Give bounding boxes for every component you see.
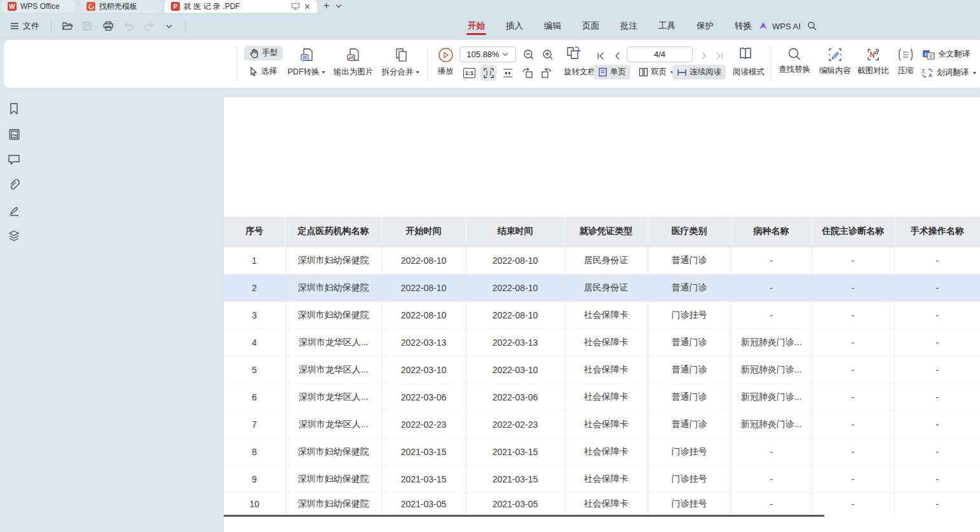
table-cell: - (812, 383, 894, 411)
table-cell: 深圳市妇幼保健院 (285, 301, 381, 329)
hand-tool-button[interactable]: 手型 (244, 46, 283, 60)
table-cell: 深圳市龙华区人... (285, 329, 381, 356)
chevron-down-icon: ▼ (321, 70, 327, 75)
open-file-button[interactable] (59, 18, 76, 34)
table-cell: 2 (224, 274, 285, 301)
bookmark-panel-button[interactable] (5, 100, 23, 118)
column-header: 医疗类别 (648, 217, 731, 247)
side-tool-strip (0, 88, 28, 532)
next-page-button[interactable] (697, 49, 711, 63)
undo-icon (123, 22, 134, 31)
document-canvas: 序号定点医药机构名称开始时间结束时间就诊凭证类型医疗类别病种名称住院主诊断名称手… (0, 88, 980, 532)
table-cell: - (894, 465, 980, 493)
read-mode-button[interactable]: 阅读模式 (728, 65, 769, 79)
ribbon-tab-comment[interactable]: 批注 (619, 15, 639, 38)
annotate-panel-button[interactable] (5, 201, 23, 219)
svg-text:字: 字 (929, 53, 933, 58)
zoom-level-dropdown[interactable] (459, 46, 516, 62)
ribbon-tab-tools[interactable]: 工具 (657, 15, 677, 38)
chevron-down-icon (502, 52, 508, 57)
last-page-button[interactable] (712, 49, 726, 63)
compress-button[interactable]: 压缩 (892, 47, 919, 76)
export-image-button[interactable]: 输出为图片 (332, 47, 375, 78)
read-mode-icon-button[interactable] (736, 44, 755, 62)
fit-page-button[interactable] (480, 65, 496, 81)
screenshot-compare-button[interactable]: 截图对比 (854, 47, 893, 76)
layers-panel-button[interactable] (5, 227, 23, 245)
actual-size-button[interactable]: 1:1 (461, 65, 477, 81)
more-commands-chevron[interactable] (161, 18, 177, 34)
edit-content-label: 编辑内容 (819, 65, 851, 76)
full-translate-button[interactable]: A 字 全文翻译 (922, 49, 970, 60)
table-row: 8深圳市妇幼保健院2021-03-152021-03-15社会保障卡门诊挂号--… (224, 438, 980, 465)
single-page-button[interactable]: 单页 (594, 65, 630, 79)
play-button[interactable]: 播放 (432, 47, 459, 77)
rotate-right-button[interactable] (538, 65, 554, 81)
ribbon-tab-insert[interactable]: 插入 (505, 15, 524, 38)
table-cell: 深圳市妇幼保健院 (285, 438, 381, 465)
wps-ai-button[interactable]: WPS AI (758, 13, 801, 39)
paperclip-icon (8, 179, 20, 191)
monitor-icon[interactable] (291, 3, 300, 10)
find-replace-button[interactable]: 查找替换 (775, 47, 814, 75)
table-cell: 2022-08-10 (466, 274, 564, 301)
rotate-left-icon (522, 67, 533, 79)
pdf-convert-button[interactable]: W PDF转换▼ (285, 47, 329, 78)
split-merge-button[interactable]: 拆分合并▼ (378, 47, 424, 78)
export-image-icon (345, 47, 362, 64)
table-cell: 居民身份证 (564, 247, 648, 274)
ribbon-tab-edit[interactable]: 编辑 (543, 15, 562, 38)
screenshot-compare-label: 截图对比 (857, 65, 889, 76)
tab-document-active[interactable]: P 就 医 记 录 .PDF ✕ (165, 0, 317, 13)
find-replace-search-icon (787, 47, 801, 61)
select-tool-button[interactable]: 选择 (244, 64, 282, 79)
global-search-button[interactable] (807, 13, 817, 39)
thumbnail-panel-button[interactable] (5, 125, 23, 143)
file-menu-button[interactable]: 文件 (6, 18, 43, 34)
svg-text:文: 文 (922, 68, 926, 73)
ribbon-tab-protect[interactable]: 保护 (695, 15, 715, 38)
chevron-down-icon: ▼ (415, 70, 421, 75)
zoom-out-button[interactable] (521, 46, 536, 62)
column-header: 开始时间 (381, 217, 466, 247)
tab-docer-templates[interactable]: 找稻壳模板 (80, 0, 161, 13)
edit-content-button[interactable]: 编辑内容 (815, 47, 855, 76)
table-bottom-border (224, 515, 824, 517)
zoom-level-input[interactable] (464, 50, 502, 59)
ribbon-tab-page[interactable]: 页面 (581, 15, 601, 38)
tab-list-chevron-icon[interactable] (336, 4, 342, 8)
rotate-right-icon (541, 67, 552, 79)
table-cell: 4 (224, 329, 285, 356)
compress-icon (897, 47, 914, 62)
table-cell: 1 (224, 247, 285, 274)
tab-wps-office[interactable]: W WPS Office (1, 0, 75, 13)
table-cell: - (894, 247, 980, 274)
rotate-document-button[interactable] (563, 44, 585, 63)
undo-button[interactable] (120, 18, 137, 34)
zoom-in-button[interactable] (540, 46, 555, 62)
pdf-page[interactable]: 序号定点医药机构名称开始时间结束时间就诊凭证类型医疗类别病种名称住院主诊断名称手… (224, 97, 980, 532)
continuous-read-button[interactable]: 连续阅读 (672, 65, 726, 79)
table-cell: 新冠肺炎门诊... (731, 329, 812, 356)
save-button[interactable] (79, 18, 96, 34)
table-cell: 深圳市龙华区人... (285, 383, 381, 411)
page-indicator-box[interactable] (627, 46, 693, 62)
rotate-left-button[interactable] (519, 65, 535, 81)
fit-width-button[interactable] (500, 65, 515, 81)
ribbon-tab-convert[interactable]: 转换 (733, 15, 753, 38)
table-cell: 新冠肺炎门诊... (731, 411, 812, 438)
close-tab-icon[interactable]: ✕ (304, 2, 311, 11)
first-page-button[interactable] (594, 49, 608, 63)
print-button[interactable] (100, 18, 116, 34)
table-cell: 普通门诊 (648, 329, 731, 356)
previous-page-button[interactable] (610, 49, 624, 63)
ribbon-tab-home[interactable]: 开始 (466, 15, 486, 38)
new-tab-button[interactable]: + (323, 0, 329, 11)
table-row: 7深圳市龙华区人...2022-02-232022-02-23社会保障卡普通门诊… (224, 411, 980, 438)
attachment-panel-button[interactable] (5, 176, 23, 194)
word-translate-button[interactable]: 文 A 划词翻译 ▼ (921, 67, 977, 78)
table-cell: 2022-08-10 (381, 274, 466, 301)
redo-button[interactable] (140, 18, 157, 34)
page-indicator-input[interactable] (627, 47, 692, 62)
comment-panel-button[interactable] (5, 151, 23, 168)
